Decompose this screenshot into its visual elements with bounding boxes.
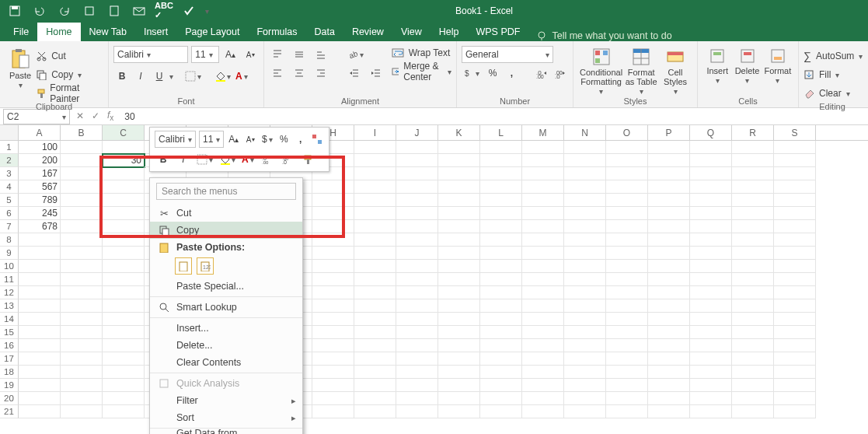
col-hdr-P[interactable]: P	[648, 125, 690, 140]
cell-A15[interactable]	[19, 326, 61, 339]
cell-M15[interactable]	[522, 326, 564, 339]
font-name-combo[interactable]: Calibri	[113, 46, 188, 63]
cell-B2[interactable]	[61, 154, 103, 167]
menu-delete[interactable]: Delete...	[150, 337, 302, 354]
cell-C10[interactable]	[103, 260, 145, 273]
cell-C18[interactable]	[103, 366, 145, 379]
cell-L2[interactable]	[480, 154, 522, 167]
cell-J13[interactable]	[396, 299, 438, 313]
cell-Q3[interactable]	[690, 167, 732, 180]
cell-S10[interactable]	[774, 260, 816, 273]
cell-M10[interactable]	[522, 260, 564, 273]
cell-N18[interactable]	[564, 366, 606, 379]
cell-N20[interactable]	[564, 392, 606, 405]
cell-R9[interactable]	[732, 247, 774, 260]
cell-C6[interactable]	[103, 207, 145, 220]
menu-search[interactable]: Search the menus	[156, 183, 296, 200]
tab-pagelayout[interactable]: Page Layout	[176, 23, 248, 41]
cell-H16[interactable]	[312, 339, 354, 352]
redo-icon[interactable]	[56, 2, 73, 19]
cellstyle-caret[interactable]	[674, 86, 678, 96]
cell-B4[interactable]	[61, 180, 103, 194]
cell-Q13[interactable]	[690, 299, 732, 313]
cell-P20[interactable]	[648, 392, 690, 405]
spellcheck-icon[interactable]: ABC✓	[155, 2, 173, 19]
cell-K10[interactable]	[438, 260, 480, 273]
cell-A6[interactable]: 245	[19, 207, 61, 220]
cell-A10[interactable]	[19, 260, 61, 273]
cell-P13[interactable]	[648, 299, 690, 313]
cell-O17[interactable]	[606, 352, 648, 366]
fill-color-button[interactable]	[213, 68, 232, 85]
cell-H17[interactable]	[312, 352, 354, 366]
row-hdr-1[interactable]: 1	[0, 141, 19, 154]
cell-H5[interactable]	[312, 194, 354, 207]
cell-N8[interactable]	[564, 233, 606, 247]
cell-Q20[interactable]	[690, 392, 732, 405]
cell-J7[interactable]	[396, 220, 438, 233]
tab-view[interactable]: View	[392, 23, 431, 41]
cell-C13[interactable]	[103, 299, 145, 313]
cell-B18[interactable]	[61, 366, 103, 379]
cell-M16[interactable]	[522, 339, 564, 352]
cell-I11[interactable]	[354, 273, 396, 286]
cell-P10[interactable]	[648, 260, 690, 273]
cell-J12[interactable]	[396, 286, 438, 299]
fx-icon[interactable]: fx	[107, 110, 113, 122]
cell-L13[interactable]	[480, 299, 522, 313]
cell-A5[interactable]: 789	[19, 194, 61, 207]
cell-C15[interactable]	[103, 326, 145, 339]
cell-R21[interactable]	[732, 405, 774, 418]
mini-grow-font-icon[interactable]: A▴	[227, 131, 240, 148]
mini-size-combo[interactable]: 11	[199, 131, 224, 148]
align-center-icon[interactable]	[291, 65, 308, 82]
cell-R7[interactable]	[732, 220, 774, 233]
cell-A21[interactable]	[19, 405, 61, 418]
cell-O18[interactable]	[606, 366, 648, 379]
cell-B19[interactable]	[61, 379, 103, 392]
row-hdr-4[interactable]: 4	[0, 180, 19, 194]
cell-M5[interactable]	[522, 194, 564, 207]
cell-L8[interactable]	[480, 233, 522, 247]
cell-O9[interactable]	[606, 247, 648, 260]
col-hdr-K[interactable]: K	[438, 125, 480, 140]
cell-J11[interactable]	[396, 273, 438, 286]
row-hdr-7[interactable]: 7	[0, 220, 19, 233]
cell-K3[interactable]	[438, 167, 480, 180]
cell-N7[interactable]	[564, 220, 606, 233]
cell-Q12[interactable]	[690, 286, 732, 299]
mini-accounting-icon[interactable]: $	[260, 131, 274, 148]
cell-L1[interactable]	[480, 141, 522, 154]
menu-get-data[interactable]: Get Data from Table/Range...	[150, 430, 302, 434]
new-workbook-icon[interactable]	[106, 2, 123, 19]
cell-R13[interactable]	[732, 299, 774, 313]
cell-R15[interactable]	[732, 326, 774, 339]
cell-B17[interactable]	[61, 352, 103, 366]
cell-M3[interactable]	[522, 167, 564, 180]
col-hdr-R[interactable]: R	[732, 125, 774, 140]
tab-help[interactable]: Help	[431, 23, 468, 41]
cell-R18[interactable]	[732, 366, 774, 379]
cell-J1[interactable]	[396, 141, 438, 154]
cell-C11[interactable]	[103, 273, 145, 286]
menu-cut[interactable]: ✂Cut	[150, 205, 302, 222]
cell-Q18[interactable]	[690, 366, 732, 379]
comma-button[interactable]: ,	[504, 65, 518, 82]
cell-A20[interactable]	[19, 392, 61, 405]
cell-B1[interactable]	[61, 141, 103, 154]
cell-N11[interactable]	[564, 273, 606, 286]
copy-button[interactable]: Copy	[36, 66, 103, 83]
cell-H7[interactable]	[312, 220, 354, 233]
merge-center-button[interactable]: Merge & Center	[392, 63, 451, 80]
cell-I3[interactable]	[354, 167, 396, 180]
cell-B5[interactable]	[61, 194, 103, 207]
cell-B3[interactable]	[61, 167, 103, 180]
cell-P3[interactable]	[648, 167, 690, 180]
row-hdr-6[interactable]: 6	[0, 207, 19, 220]
cell-O14[interactable]	[606, 313, 648, 326]
col-hdr-M[interactable]: M	[522, 125, 564, 140]
middle-align-icon[interactable]	[291, 46, 308, 63]
merge-caret[interactable]	[448, 66, 451, 77]
cell-N13[interactable]	[564, 299, 606, 313]
cell-B20[interactable]	[61, 392, 103, 405]
